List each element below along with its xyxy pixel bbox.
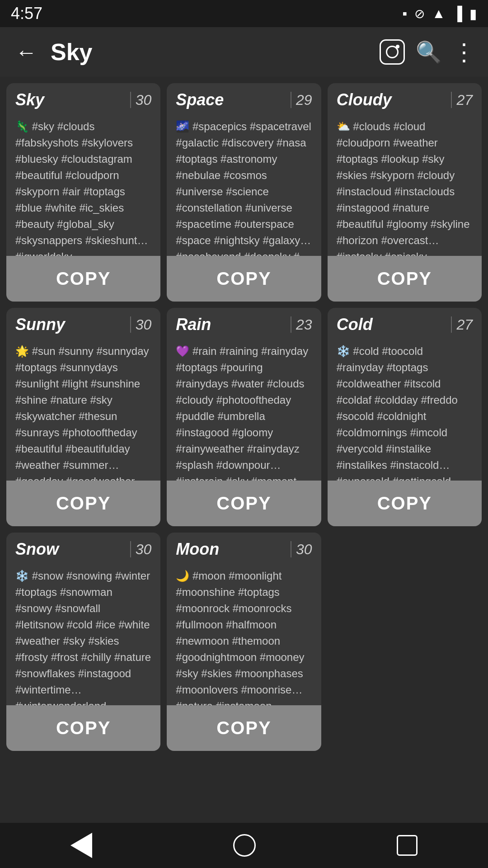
dnd-icon: ⊘ xyxy=(414,6,425,21)
bottom-navigation xyxy=(0,823,488,868)
card-snow: Snow 30 ❄️ #snow #snowing #winter #topta… xyxy=(6,533,160,751)
card-content-sunny: 🌟 #sun #sunny #sunnyday #toptags #sunnyd… xyxy=(6,339,160,481)
card-rain: Rain 23 💜 #rain #raining #rainyday #topt… xyxy=(167,308,321,526)
card-content-sky: 🦎 #sky #clouds #fabskyshots #skylovers #… xyxy=(6,114,160,256)
card-header-moon: Moon 30 xyxy=(167,533,321,563)
card-header-sunny: Sunny 30 xyxy=(6,308,160,339)
card-header-snow: Snow 30 xyxy=(6,533,160,563)
card-divider-rain xyxy=(291,316,291,333)
card-space: Space 29 🌌 #spacepics #spacetravel #gala… xyxy=(167,83,321,302)
home-nav-button[interactable] xyxy=(233,834,256,857)
card-divider-sky xyxy=(130,92,131,108)
card-divider-sunny xyxy=(130,316,131,333)
card-title-space: Space xyxy=(176,90,286,109)
card-count-rain: 23 xyxy=(296,316,312,333)
card-divider-space xyxy=(291,92,291,108)
card-content-space: 🌌 #spacepics #spacetravel #galactic #dis… xyxy=(167,114,321,256)
copy-button-rain[interactable]: COPY xyxy=(167,481,321,526)
card-content-cloudy: ⛅ #clouds #cloud #cloudporn #weather #to… xyxy=(328,114,482,256)
card-header-cloudy: Cloudy 27 xyxy=(328,83,482,114)
card-count-cold: 27 xyxy=(456,316,473,333)
page-title: Sky xyxy=(51,38,371,66)
card-title-rain: Rain xyxy=(176,315,286,334)
hashtag-grid: Sky 30 🦎 #sky #clouds #fabskyshots #skyl… xyxy=(0,77,488,757)
card-title-moon: Moon xyxy=(176,540,286,559)
card-count-snow: 30 xyxy=(136,541,152,558)
card-header-sky: Sky 30 xyxy=(6,83,160,114)
card-header-cold: Cold 27 xyxy=(328,308,482,339)
card-content-rain: 💜 #rain #raining #rainyday #toptags #pou… xyxy=(167,339,321,481)
card-count-sky: 30 xyxy=(136,92,152,108)
more-icon[interactable]: ⋮ xyxy=(452,39,477,65)
card-count-sunny: 30 xyxy=(136,316,152,333)
status-time: 4:57 xyxy=(11,4,42,23)
card-title-sunny: Sunny xyxy=(15,315,126,334)
copy-button-snow[interactable]: COPY xyxy=(6,705,160,751)
search-icon[interactable]: 🔍 xyxy=(416,39,441,65)
back-nav-button[interactable] xyxy=(70,833,92,858)
top-bar-actions: 🔍 ⋮ xyxy=(380,39,477,65)
card-divider-snow xyxy=(130,541,131,557)
status-icons: ▪ ⊘ ▲ ▐ ▮ xyxy=(402,6,477,22)
card-header-rain: Rain 23 xyxy=(167,308,321,339)
card-header-space: Space 29 xyxy=(167,83,321,114)
back-button[interactable]: ← xyxy=(11,35,42,69)
card-count-space: 29 xyxy=(296,92,312,108)
card-divider-cloudy xyxy=(451,92,452,108)
card-title-sky: Sky xyxy=(15,90,126,109)
status-bar: 4:57 ▪ ⊘ ▲ ▐ ▮ xyxy=(0,0,488,27)
card-sky: Sky 30 🦎 #sky #clouds #fabskyshots #skyl… xyxy=(6,83,160,302)
card-content-moon: 🌙 #moon #moonlight #moonshine #toptags #… xyxy=(167,563,321,705)
card-divider-moon xyxy=(291,541,291,557)
instagram-icon[interactable] xyxy=(380,39,405,65)
sim-icon: ▪ xyxy=(402,6,407,21)
copy-button-sunny[interactable]: COPY xyxy=(6,481,160,526)
card-cloudy: Cloudy 27 ⛅ #clouds #cloud #cloudporn #w… xyxy=(328,83,482,302)
card-title-snow: Snow xyxy=(15,540,126,559)
card-content-cold: ❄️ #cold #toocold #rainyday #toptags #co… xyxy=(328,339,482,481)
copy-button-space[interactable]: COPY xyxy=(167,256,321,302)
card-cold: Cold 27 ❄️ #cold #toocold #rainyday #top… xyxy=(328,308,482,526)
card-count-moon: 30 xyxy=(296,541,312,558)
wifi-icon: ▲ xyxy=(432,6,446,21)
card-moon: Moon 30 🌙 #moon #moonlight #moonshine #t… xyxy=(167,533,321,751)
copy-button-cold[interactable]: COPY xyxy=(328,481,482,526)
signal-icon: ▐ xyxy=(453,6,462,21)
copy-button-moon[interactable]: COPY xyxy=(167,705,321,751)
copy-button-cloudy[interactable]: COPY xyxy=(328,256,482,302)
card-title-cold: Cold xyxy=(337,315,447,334)
card-content-snow: ❄️ #snow #snowing #winter #toptags #snow… xyxy=(6,563,160,705)
battery-icon: ▮ xyxy=(469,6,477,22)
card-sunny: Sunny 30 🌟 #sun #sunny #sunnyday #toptag… xyxy=(6,308,160,526)
card-divider-cold xyxy=(451,316,452,333)
card-count-cloudy: 27 xyxy=(456,92,473,108)
copy-button-sky[interactable]: COPY xyxy=(6,256,160,302)
recent-nav-button[interactable] xyxy=(397,835,418,856)
top-bar: ← Sky 🔍 ⋮ xyxy=(0,27,488,77)
card-title-cloudy: Cloudy xyxy=(337,90,447,109)
